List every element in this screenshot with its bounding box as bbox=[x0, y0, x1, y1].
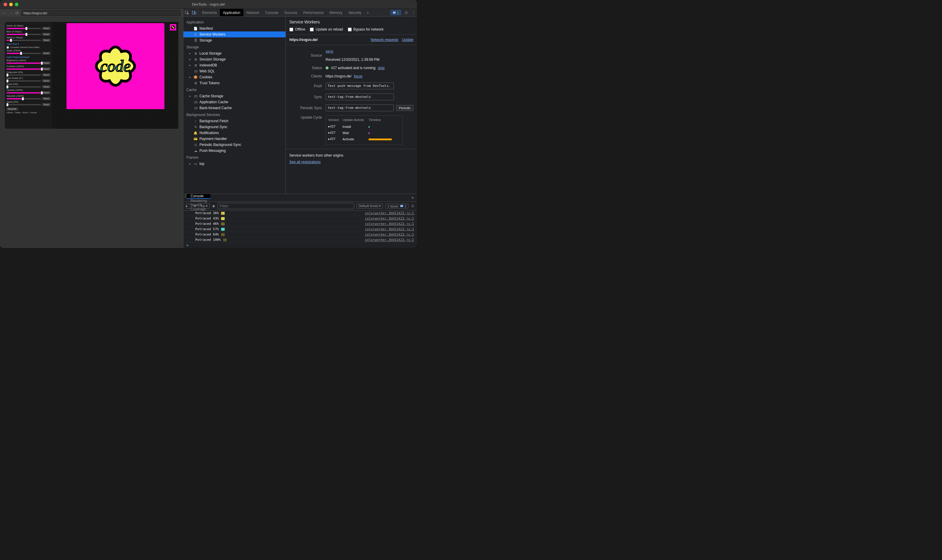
offline-checkbox[interactable]: Offline bbox=[289, 27, 305, 31]
network-requests-link[interactable]: Network requests bbox=[371, 38, 398, 42]
scale-slider[interactable] bbox=[6, 53, 41, 54]
live-expression-icon[interactable]: ◉ bbox=[212, 204, 215, 208]
consider-pixel-ratio-checkbox[interactable] bbox=[6, 46, 9, 49]
slider[interactable] bbox=[6, 63, 41, 64]
tree-item-background-fetch[interactable]: ↕ Background Fetch bbox=[183, 118, 285, 124]
sw-source-link[interactable]: sw.js bbox=[325, 49, 333, 53]
update-on-reload-checkbox[interactable]: Update on reload bbox=[310, 27, 343, 31]
console-prompt[interactable]: > bbox=[183, 243, 417, 248]
slider[interactable] bbox=[6, 80, 41, 82]
tab-network[interactable]: Network bbox=[244, 9, 262, 16]
issues-link[interactable]: 1 Issue: 1 bbox=[385, 204, 409, 209]
push-input[interactable] bbox=[325, 83, 394, 89]
drawer-kebab-icon[interactable]: ⋮ bbox=[183, 194, 187, 202]
slider[interactable] bbox=[6, 104, 41, 105]
slider[interactable] bbox=[6, 28, 41, 29]
slider[interactable] bbox=[6, 98, 41, 99]
run-icon[interactable]: ▸ bbox=[186, 204, 191, 209]
preprocessing-heading[interactable]: Input Preprocessing ▾ bbox=[6, 56, 51, 58]
slider[interactable] bbox=[6, 69, 41, 70]
drawer-tab-rendering[interactable]: Rendering bbox=[187, 199, 210, 203]
reset-button[interactable]: Reset bbox=[42, 91, 51, 94]
tab-performance[interactable]: Performance bbox=[301, 9, 327, 16]
reset-button[interactable]: Reset bbox=[42, 80, 51, 82]
back-button[interactable]: ← bbox=[2, 11, 6, 15]
console-settings-icon[interactable] bbox=[411, 204, 415, 208]
periodic-sync-button[interactable]: Periodic bbox=[396, 105, 413, 111]
log-source-link[interactable]: colorworker.3bb51423.js:1 bbox=[365, 222, 414, 226]
slider[interactable] bbox=[6, 34, 41, 35]
stop-link[interactable]: stop bbox=[378, 66, 385, 70]
focus-link[interactable]: focus bbox=[354, 74, 362, 78]
settings-icon[interactable] bbox=[403, 9, 410, 16]
issues-indicator[interactable]: 1 bbox=[390, 10, 401, 15]
log-source-link[interactable]: colorworker.3bb51423.js:1 bbox=[365, 211, 414, 215]
tab-security[interactable]: Security bbox=[345, 9, 364, 16]
log-source-link[interactable]: colorworker.3bb51423.js:1 bbox=[365, 227, 414, 231]
console-filter-input[interactable] bbox=[217, 203, 354, 209]
see-all-registrations-link[interactable]: See all registrations bbox=[289, 160, 321, 164]
tree-item-local-storage[interactable]: ▸ ≣ Local Storage bbox=[183, 51, 285, 56]
reset-button[interactable]: Reset bbox=[42, 27, 51, 30]
tree-item-web-sql[interactable]: 🗃 Web SQL bbox=[183, 68, 285, 74]
context-select[interactable]: top ▾ bbox=[199, 203, 210, 209]
tab-application[interactable]: Application bbox=[220, 9, 244, 16]
tree-item-back-forward-cache[interactable]: 🗃 Back-forward Cache bbox=[183, 105, 285, 111]
kebab-menu-icon[interactable]: ⋮ bbox=[410, 9, 417, 16]
tree-item-cookies[interactable]: ▸ 🍪 Cookies bbox=[183, 74, 285, 80]
reset-button[interactable]: Reset bbox=[42, 62, 51, 65]
tree-item-push-messaging[interactable]: ☁ Push Messaging bbox=[183, 148, 285, 154]
tree-item-top[interactable]: ▸ ▭ top bbox=[183, 161, 285, 167]
tree-item-indexeddb[interactable]: ▸ ≣ IndexedDB bbox=[183, 62, 285, 68]
tree-item-background-sync[interactable]: ↻ Background Sync bbox=[183, 124, 285, 130]
reset-all-button[interactable]: Reset All bbox=[6, 108, 18, 110]
close-drawer-icon[interactable]: ✕ bbox=[408, 194, 417, 202]
log-source-link[interactable]: colorworker.3bb51423.js:1 bbox=[365, 232, 414, 236]
log-source-link[interactable]: colorworker.3bb51423.js:1 bbox=[365, 217, 414, 220]
tree-item-notifications[interactable]: 🔔 Notifications bbox=[183, 130, 285, 136]
reset-button[interactable]: Reset bbox=[42, 74, 51, 76]
reset-button[interactable]: Reset bbox=[42, 97, 51, 100]
inspect-element-icon[interactable] bbox=[183, 9, 191, 16]
reload-button[interactable]: ⟳ bbox=[15, 11, 19, 15]
tree-item-manifest[interactable]: 📄 Manifest bbox=[183, 26, 285, 31]
tree-item-payment-handler[interactable]: 💳 Payment Handler bbox=[183, 136, 285, 142]
tab-sources[interactable]: Sources bbox=[281, 9, 301, 16]
tree-item-service-workers[interactable]: ⚙ Service Workers bbox=[183, 31, 285, 37]
tree-item-trust-tokens[interactable]: ≣ Trust Tokens bbox=[183, 80, 285, 86]
bypass-for-network-checkbox[interactable]: Bypass for network bbox=[348, 27, 384, 31]
update-link[interactable]: Update bbox=[402, 38, 413, 42]
reset-button[interactable]: Reset bbox=[42, 68, 51, 70]
tree-item-application-cache[interactable]: 🗃 Application Cache bbox=[183, 99, 285, 105]
tree-item-session-storage[interactable]: ▸ ≣ Session Storage bbox=[183, 56, 285, 62]
slider[interactable] bbox=[6, 86, 41, 88]
more-tabs-icon[interactable]: » bbox=[364, 9, 371, 16]
url-input[interactable] bbox=[22, 10, 181, 16]
device-toolbar-icon[interactable] bbox=[191, 9, 198, 16]
log-source-link[interactable]: colorworker.3bb51423.js:1 bbox=[365, 238, 414, 242]
reset-button[interactable]: Reset bbox=[42, 33, 51, 35]
close-window-button[interactable] bbox=[3, 3, 7, 6]
tab-console[interactable]: Console bbox=[262, 9, 281, 16]
sync-input[interactable] bbox=[325, 94, 394, 100]
clear-console-icon[interactable]: ⊘ bbox=[194, 204, 196, 208]
reset-button[interactable]: Reset bbox=[42, 52, 51, 55]
reset-button[interactable]: Reset bbox=[42, 39, 51, 42]
input-size-heading[interactable]: Input Size ▾ bbox=[6, 43, 51, 45]
log-levels-select[interactable]: Default levels ▾ bbox=[356, 203, 383, 209]
tab-memory[interactable]: Memory bbox=[327, 9, 345, 16]
zoom-window-button[interactable] bbox=[15, 3, 19, 6]
footer-links[interactable]: GitHub · Twitter · About · License bbox=[6, 112, 51, 114]
reset-button[interactable]: Reset bbox=[42, 85, 51, 88]
minimize-window-button[interactable] bbox=[9, 3, 13, 6]
tree-item-cache-storage[interactable]: ▸ 🗃 Cache Storage bbox=[183, 93, 285, 99]
slider[interactable] bbox=[6, 74, 41, 75]
slider[interactable] bbox=[6, 92, 41, 94]
tree-item-storage[interactable]: 🗄 Storage bbox=[183, 37, 285, 43]
tab-elements[interactable]: Elements bbox=[199, 9, 220, 16]
tree-item-periodic-background-sync[interactable]: ◷ Periodic Background Sync bbox=[183, 142, 285, 148]
reset-button[interactable]: Reset bbox=[42, 103, 51, 106]
drawer-tab-console[interactable]: Console bbox=[187, 194, 210, 199]
forward-button[interactable]: → bbox=[9, 11, 13, 15]
periodic-sync-input[interactable] bbox=[325, 105, 394, 111]
